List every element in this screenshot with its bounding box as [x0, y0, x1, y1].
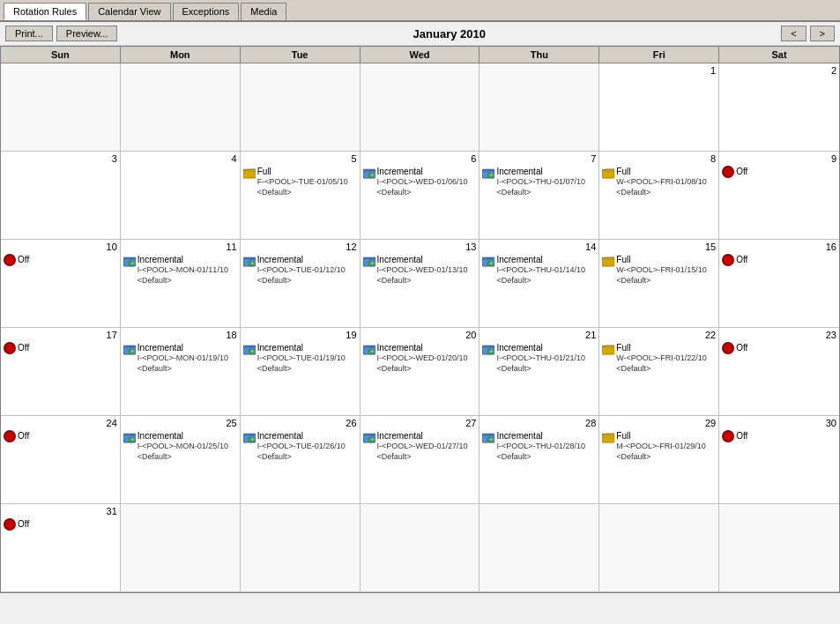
day-number: 18 [123, 330, 237, 340]
cal-cell: 15 FullW-<POOL>-FRI-01/15/10 <Default> [599, 240, 719, 328]
event-label: Incremental [257, 342, 346, 353]
event-detail: W-<POOL>-FRI-01/15/10 <Default> [616, 265, 706, 286]
calendar-event[interactable]: Off [4, 342, 117, 354]
calendar-event[interactable]: IncrementalI-<POOL>-MON-01/11/10 <Defaul… [123, 254, 237, 286]
tab-exceptions[interactable]: Exceptions [173, 3, 240, 20]
calendar-event[interactable]: Off [4, 518, 117, 531]
cal-cell [241, 63, 361, 152]
calendar-event[interactable]: IncrementalI-<POOL>-THU-01/07/10 <Defaul… [482, 166, 596, 197]
calendar-event[interactable]: Off [722, 430, 836, 442]
day-number: 14 [482, 241, 596, 252]
event-label: Incremental [138, 254, 228, 265]
calendar-event[interactable]: IncrementalI-<POOL>-WED-01/27/10 <Defaul… [363, 430, 477, 462]
tab-calendar-view[interactable]: Calendar View [88, 3, 170, 20]
cal-cell: 2 [719, 63, 839, 152]
prev-month-button[interactable]: < [781, 26, 806, 41]
svg-rect-18 [124, 258, 129, 260]
calendar: SunMonTueWedThuFriSat 12345 FullF-<POOL>… [0, 46, 840, 593]
svg-rect-3 [244, 170, 249, 172]
event-detail: I-<POOL>-WED-01/13/10 <Default> [377, 265, 468, 286]
print-button[interactable]: Print... [5, 26, 53, 41]
cal-cell: 6 IncrementalI-<POOL>-WED-01/06/10 <Defa… [361, 152, 480, 240]
event-detail: I-<POOL>-THU-01/14/10 <Default> [496, 265, 585, 286]
tab-media[interactable]: Media [241, 3, 286, 20]
off-icon [722, 342, 734, 354]
calendar-event[interactable]: IncrementalI-<POOL>-TUE-01/26/10 <Defaul… [243, 430, 357, 462]
calendar-event[interactable]: Off [722, 166, 836, 178]
cal-cell [719, 504, 839, 592]
day-number: 3 [4, 153, 117, 164]
event-label: Incremental [138, 342, 228, 353]
calendar-event[interactable]: FullM-<POOL>-FRI-01/29/10 <Default> [602, 430, 716, 462]
cal-cell [479, 504, 599, 592]
event-detail: I-<POOL>-THU-01/21/10 <Default> [496, 353, 585, 374]
svg-rect-6 [364, 170, 368, 172]
cal-cell: 24Off [1, 416, 121, 504]
day-number: 2 [722, 65, 836, 76]
day-number: 30 [722, 418, 836, 428]
event-detail: W-<POOL>-FRI-01/22/10 <Default> [616, 353, 706, 374]
event-detail: I-<POOL>-THU-01/07/10 <Default> [496, 177, 585, 197]
cal-cell [479, 63, 599, 152]
svg-rect-50 [483, 346, 487, 348]
calendar-event[interactable]: IncrementalI-<POOL>-TUE-01/19/10 <Defaul… [243, 342, 357, 374]
event-text-block: IncrementalI-<POOL>-THU-01/21/10 <Defaul… [496, 342, 585, 374]
event-label: Off [18, 342, 29, 353]
cal-cell: 3 [1, 152, 121, 240]
day-number: 26 [243, 418, 357, 428]
preview-button[interactable]: Preview... [56, 26, 118, 41]
calendar-event[interactable]: IncrementalI-<POOL>-WED-01/20/10 <Defaul… [363, 342, 477, 374]
event-text-block: IncrementalI-<POOL>-MON-01/19/10 <Defaul… [138, 342, 228, 374]
day-number: 31 [4, 506, 117, 516]
cal-cell: 8 FullW-<POOL>-FRI-01/08/10 <Default> [599, 152, 719, 240]
calendar-event[interactable]: IncrementalI-<POOL>-TUE-01/12/10 <Defaul… [243, 254, 357, 286]
day-number: 1 [602, 65, 716, 76]
day-number: 8 [602, 153, 716, 164]
app-container: Rotation RulesCalendar ViewExceptionsMed… [0, 0, 840, 593]
calendar-event[interactable]: IncrementalI-<POOL>-MON-01/25/10 <Defaul… [123, 430, 237, 462]
event-text-block: IncrementalI-<POOL>-MON-01/25/10 <Defaul… [138, 430, 228, 462]
toolbar: Print... Preview... January 2010 < > [0, 22, 840, 46]
calendar-event[interactable]: IncrementalI-<POOL>-WED-01/06/10 <Defaul… [363, 166, 477, 197]
svg-rect-42 [244, 346, 249, 348]
tab-bar: Rotation RulesCalendar ViewExceptionsMed… [0, 0, 840, 22]
calendar-event[interactable]: Off [4, 254, 117, 266]
calendar-event[interactable]: FullW-<POOL>-FRI-01/15/10 <Default> [602, 254, 716, 286]
svg-rect-30 [483, 258, 487, 260]
event-text-block: FullF-<POOL>-TUE-01/05/10 <Default> [257, 166, 348, 197]
cal-cell: 14 IncrementalI-<POOL>-THU-01/14/10 <Def… [479, 240, 599, 328]
calendar-event[interactable]: IncrementalI-<POOL>-THU-01/28/10 <Defaul… [482, 430, 596, 462]
calendar-event[interactable]: FullW-<POOL>-FRI-01/22/10 <Default> [602, 342, 716, 374]
event-detail: I-<POOL>-WED-01/06/10 <Default> [377, 177, 468, 197]
cal-cell: 20 IncrementalI-<POOL>-WED-01/20/10 <Def… [361, 328, 480, 416]
event-label: Incremental [496, 166, 585, 177]
calendar-event[interactable]: Off [4, 430, 117, 442]
calendar-event[interactable]: IncrementalI-<POOL>-THU-01/21/10 <Defaul… [482, 342, 596, 374]
incremental-icon [482, 431, 494, 443]
event-detail: I-<POOL>-WED-01/27/10 <Default> [377, 442, 468, 462]
full-icon [602, 167, 614, 179]
svg-rect-10 [483, 170, 487, 172]
next-month-button[interactable]: > [810, 26, 835, 41]
svg-rect-35 [603, 258, 607, 260]
day-number: 12 [243, 241, 357, 252]
calendar-event[interactable]: IncrementalI-<POOL>-MON-01/19/10 <Defaul… [123, 342, 237, 374]
incremental-icon [123, 431, 136, 443]
tab-rotation-rules[interactable]: Rotation Rules [4, 3, 86, 20]
event-detail: I-<POOL>-TUE-01/12/10 <Default> [257, 265, 346, 286]
cal-cell: 12 IncrementalI-<POOL>-TUE-01/12/10 <Def… [241, 240, 361, 328]
full-icon [602, 431, 614, 443]
calendar-event[interactable]: Off [722, 342, 836, 354]
cal-cell: 18 IncrementalI-<POOL>-MON-01/19/10 <Def… [121, 328, 241, 416]
calendar-event[interactable]: FullF-<POOL>-TUE-01/05/10 <Default> [243, 166, 357, 197]
event-label: Incremental [377, 166, 468, 177]
calendar-event[interactable]: IncrementalI-<POOL>-WED-01/13/10 <Defaul… [363, 254, 477, 286]
cal-cell [361, 63, 480, 152]
event-label: Incremental [377, 430, 468, 442]
calendar-event[interactable]: IncrementalI-<POOL>-THU-01/14/10 <Defaul… [482, 254, 596, 286]
svg-rect-34 [602, 259, 614, 266]
calendar-event[interactable]: FullW-<POOL>-FRI-01/08/10 <Default> [602, 166, 716, 197]
calendar-event[interactable]: Off [722, 254, 836, 266]
event-detail: I-<POOL>-MON-01/11/10 <Default> [138, 265, 228, 286]
event-label: Incremental [496, 342, 585, 353]
